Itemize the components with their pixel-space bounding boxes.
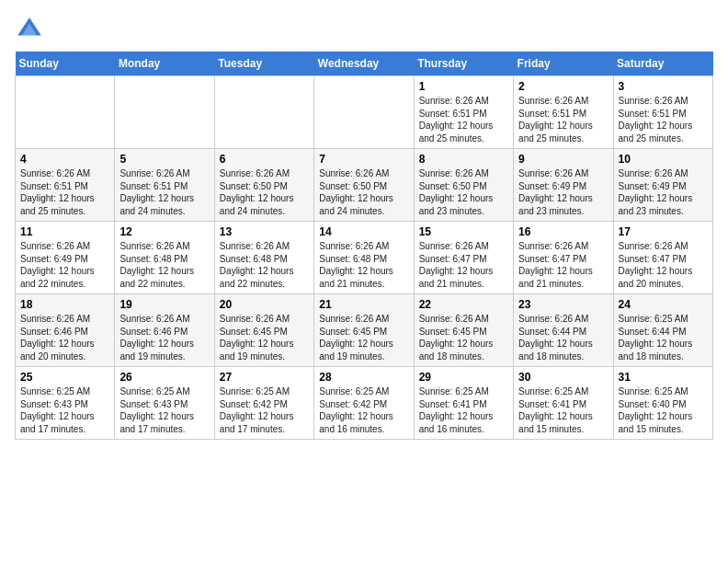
day-info: Sunrise: 6:26 AM Sunset: 6:47 PM Dayligh… [518,240,608,290]
day-info: Sunrise: 6:26 AM Sunset: 6:45 PM Dayligh… [319,313,408,362]
day-number: 28 [319,371,408,384]
day-info: Sunrise: 6:25 AM Sunset: 6:42 PM Dayligh… [319,385,408,435]
day-number: 13 [220,225,309,238]
day-header-thursday: Thursday [414,52,513,76]
calendar-cell: 26Sunrise: 6:25 AM Sunset: 6:43 PM Dayli… [115,367,214,440]
calendar-cell: 4Sunrise: 6:26 AM Sunset: 6:51 PM Daylig… [16,149,115,222]
calendar-cell: 2Sunrise: 6:26 AM Sunset: 6:51 PM Daylig… [514,76,613,149]
day-number: 6 [220,153,309,166]
day-info: Sunrise: 6:26 AM Sunset: 6:48 PM Dayligh… [319,240,408,290]
day-header-tuesday: Tuesday [214,52,313,76]
calendar-cell: 22Sunrise: 6:26 AM Sunset: 6:45 PM Dayli… [414,294,513,367]
day-number: 1 [419,80,508,93]
day-number: 14 [319,225,408,238]
day-info: Sunrise: 6:25 AM Sunset: 6:44 PM Dayligh… [619,313,708,362]
calendar-cell: 21Sunrise: 6:26 AM Sunset: 6:45 PM Dayli… [314,294,414,367]
calendar-cell [115,76,214,149]
day-info: Sunrise: 6:26 AM Sunset: 6:46 PM Dayligh… [20,313,109,362]
day-number: 10 [619,153,708,166]
week-row-2: 4Sunrise: 6:26 AM Sunset: 6:51 PM Daylig… [16,149,713,222]
day-number: 15 [419,225,508,238]
day-number: 23 [518,298,608,311]
day-info: Sunrise: 6:26 AM Sunset: 6:50 PM Dayligh… [319,167,408,217]
day-number: 19 [119,298,209,311]
day-info: Sunrise: 6:25 AM Sunset: 6:41 PM Dayligh… [518,385,608,435]
day-info: Sunrise: 6:25 AM Sunset: 6:43 PM Dayligh… [20,385,109,435]
day-info: Sunrise: 6:26 AM Sunset: 6:51 PM Dayligh… [20,167,109,217]
calendar-cell: 15Sunrise: 6:26 AM Sunset: 6:47 PM Dayli… [414,222,513,294]
day-number: 27 [220,371,309,384]
day-info: Sunrise: 6:26 AM Sunset: 6:49 PM Dayligh… [518,167,608,217]
day-header-sunday: Sunday [16,52,115,76]
day-info: Sunrise: 6:26 AM Sunset: 6:47 PM Dayligh… [619,240,708,290]
calendar-cell: 23Sunrise: 6:26 AM Sunset: 6:44 PM Dayli… [514,294,613,367]
day-number: 16 [518,225,608,238]
day-info: Sunrise: 6:26 AM Sunset: 6:45 PM Dayligh… [220,313,309,362]
calendar-cell [16,76,115,149]
day-header-friday: Friday [514,52,613,76]
day-info: Sunrise: 6:26 AM Sunset: 6:51 PM Dayligh… [419,95,508,144]
day-number: 2 [518,80,608,93]
calendar-cell: 13Sunrise: 6:26 AM Sunset: 6:48 PM Dayli… [214,222,313,294]
day-header-wednesday: Wednesday [314,52,414,76]
calendar-cell: 11Sunrise: 6:26 AM Sunset: 6:49 PM Dayli… [16,222,115,294]
calendar-cell: 24Sunrise: 6:25 AM Sunset: 6:44 PM Dayli… [613,294,712,367]
calendar-cell: 20Sunrise: 6:26 AM Sunset: 6:45 PM Dayli… [214,294,313,367]
header-row: SundayMondayTuesdayWednesdayThursdayFrid… [16,52,713,76]
day-info: Sunrise: 6:26 AM Sunset: 6:46 PM Dayligh… [119,313,209,362]
calendar-cell: 31Sunrise: 6:25 AM Sunset: 6:40 PM Dayli… [613,367,712,440]
page-header [15,15,713,44]
calendar-cell: 18Sunrise: 6:26 AM Sunset: 6:46 PM Dayli… [16,294,115,367]
day-info: Sunrise: 6:26 AM Sunset: 6:51 PM Dayligh… [119,167,209,217]
day-info: Sunrise: 6:25 AM Sunset: 6:42 PM Dayligh… [220,385,309,435]
day-number: 22 [419,298,508,311]
calendar-cell: 10Sunrise: 6:26 AM Sunset: 6:49 PM Dayli… [613,149,712,222]
day-info: Sunrise: 6:26 AM Sunset: 6:48 PM Dayligh… [220,240,309,290]
calendar-cell: 17Sunrise: 6:26 AM Sunset: 6:47 PM Dayli… [613,222,712,294]
day-number: 5 [119,153,209,166]
week-row-3: 11Sunrise: 6:26 AM Sunset: 6:49 PM Dayli… [16,222,713,294]
day-info: Sunrise: 6:25 AM Sunset: 6:43 PM Dayligh… [119,385,209,435]
day-info: Sunrise: 6:26 AM Sunset: 6:45 PM Dayligh… [419,313,508,362]
calendar-cell: 19Sunrise: 6:26 AM Sunset: 6:46 PM Dayli… [115,294,214,367]
day-info: Sunrise: 6:26 AM Sunset: 6:51 PM Dayligh… [518,95,608,144]
day-number: 30 [518,371,608,384]
week-row-4: 18Sunrise: 6:26 AM Sunset: 6:46 PM Dayli… [16,294,713,367]
day-number: 25 [20,371,109,384]
calendar-cell: 6Sunrise: 6:26 AM Sunset: 6:50 PM Daylig… [214,149,313,222]
day-info: Sunrise: 6:26 AM Sunset: 6:44 PM Dayligh… [518,313,608,362]
logo-icon [15,15,44,44]
day-number: 17 [619,225,708,238]
calendar-cell: 14Sunrise: 6:26 AM Sunset: 6:48 PM Dayli… [314,222,414,294]
calendar-cell: 27Sunrise: 6:25 AM Sunset: 6:42 PM Dayli… [214,367,313,440]
day-number: 18 [20,298,109,311]
calendar-cell: 28Sunrise: 6:25 AM Sunset: 6:42 PM Dayli… [314,367,414,440]
day-number: 26 [119,371,209,384]
calendar-cell: 3Sunrise: 6:26 AM Sunset: 6:51 PM Daylig… [613,76,712,149]
day-number: 31 [619,371,708,384]
day-info: Sunrise: 6:26 AM Sunset: 6:48 PM Dayligh… [119,240,209,290]
calendar-cell: 7Sunrise: 6:26 AM Sunset: 6:50 PM Daylig… [314,149,414,222]
calendar-cell: 1Sunrise: 6:26 AM Sunset: 6:51 PM Daylig… [414,76,513,149]
week-row-1: 1Sunrise: 6:26 AM Sunset: 6:51 PM Daylig… [16,76,713,149]
day-number: 20 [220,298,309,311]
day-number: 12 [119,225,209,238]
week-row-5: 25Sunrise: 6:25 AM Sunset: 6:43 PM Dayli… [16,367,713,440]
day-info: Sunrise: 6:25 AM Sunset: 6:40 PM Dayligh… [619,385,708,435]
calendar-cell: 5Sunrise: 6:26 AM Sunset: 6:51 PM Daylig… [115,149,214,222]
day-number: 7 [319,153,408,166]
day-number: 9 [518,153,608,166]
calendar-cell: 12Sunrise: 6:26 AM Sunset: 6:48 PM Dayli… [115,222,214,294]
day-number: 29 [419,371,508,384]
calendar-cell: 9Sunrise: 6:26 AM Sunset: 6:49 PM Daylig… [514,149,613,222]
day-info: Sunrise: 6:26 AM Sunset: 6:49 PM Dayligh… [20,240,109,290]
day-header-monday: Monday [115,52,214,76]
day-info: Sunrise: 6:26 AM Sunset: 6:49 PM Dayligh… [619,167,708,217]
calendar-cell: 8Sunrise: 6:26 AM Sunset: 6:50 PM Daylig… [414,149,513,222]
day-number: 24 [619,298,708,311]
day-number: 21 [319,298,408,311]
day-header-saturday: Saturday [613,52,712,76]
day-number: 8 [419,153,508,166]
calendar-cell: 25Sunrise: 6:25 AM Sunset: 6:43 PM Dayli… [16,367,115,440]
calendar-table: SundayMondayTuesdayWednesdayThursdayFrid… [15,52,713,440]
